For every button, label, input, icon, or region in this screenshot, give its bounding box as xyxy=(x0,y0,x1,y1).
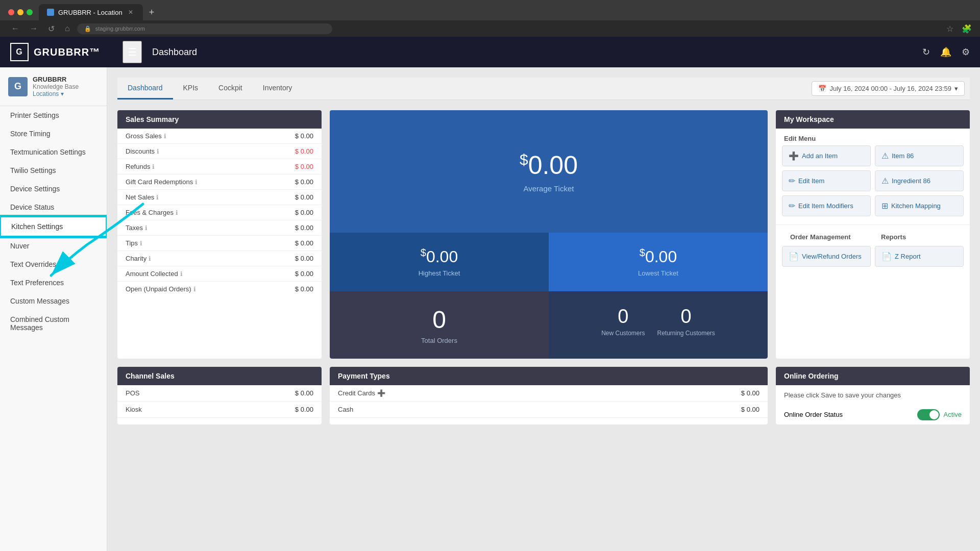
app-header: G GRUBBRR™ ☰ Dashboard ↻ 🔔 ⚙ xyxy=(0,37,980,67)
browser-tab-active[interactable]: GRUBBRR - Location ✕ xyxy=(39,4,143,20)
sidebar: G GRUBBRR Knowledge Base Locations ▾ Pri… xyxy=(0,67,107,551)
reports-label: Reports xyxy=(873,227,964,244)
credit-cards-value: $ 0.00 xyxy=(741,389,760,397)
payment-types-header: Payment Types xyxy=(330,367,768,385)
hamburger-menu-button[interactable]: ☰ xyxy=(122,41,142,63)
tab-cockpit[interactable]: Cockpit xyxy=(208,78,253,99)
address-bar[interactable]: 🔒 staging.grubbrr.com xyxy=(77,23,332,34)
back-button[interactable]: ← xyxy=(8,22,22,35)
workspace-panel: My Workspace Edit Menu ➕ Add an Item ⚠ I… xyxy=(776,110,970,359)
sidebar-item-nuver[interactable]: Nuver xyxy=(0,237,107,255)
add-item-button[interactable]: ➕ Add an Item xyxy=(782,145,871,166)
cash-label: Cash xyxy=(338,406,353,413)
gift-card-info-icon[interactable]: ℹ xyxy=(195,179,198,186)
sidebar-item-kitchen-settings[interactable]: Kitchen Settings xyxy=(0,216,107,237)
sidebar-item-store-timing[interactable]: Store Timing xyxy=(0,124,107,143)
date-picker-button[interactable]: 📅 July 16, 2024 00:00 - July 16, 2024 23… xyxy=(812,81,965,96)
sidebar-item-device-settings[interactable]: Device Settings xyxy=(0,180,107,198)
gross-sales-label: Gross Sales ℹ xyxy=(126,132,166,140)
fees-label: Fees & Charges ℹ xyxy=(126,209,178,216)
pos-value: $ 0.00 xyxy=(295,389,313,397)
online-status-label: Online Order Status xyxy=(784,411,843,418)
notifications-button[interactable]: 🔔 xyxy=(940,46,951,58)
sidebar-item-printer-settings[interactable]: Printer Settings xyxy=(0,106,107,124)
refresh-icon-button[interactable]: ↻ xyxy=(922,46,930,58)
ingredient-86-button[interactable]: ⚠ Ingredient 86 xyxy=(875,170,964,191)
lowest-ticket-card: $0.00 Lowest Ticket xyxy=(549,233,768,291)
extensions-icon[interactable]: 🧩 xyxy=(962,24,972,34)
customers-stats: 0 New Customers 0 Returning Customers xyxy=(557,306,760,337)
tab-kpis[interactable]: KPIs xyxy=(173,78,209,99)
sidebar-item-textmunication[interactable]: Textmunication Settings xyxy=(0,143,107,161)
order-mgmt-label: Order Management xyxy=(782,227,873,244)
fees-info-icon[interactable]: ℹ xyxy=(176,209,178,216)
locations-dropdown[interactable]: Locations ▾ xyxy=(33,90,79,97)
payment-types-card: Payment Types Credit Cards ➕ $ 0.00 Cash… xyxy=(330,367,768,424)
net-sales-info-icon[interactable]: ℹ xyxy=(156,194,159,201)
gift-card-value: $ 0.00 xyxy=(295,178,313,186)
online-status-toggle[interactable] xyxy=(917,409,940,420)
view-refund-button[interactable]: 📄 View/Refund Orders xyxy=(782,246,871,267)
settings-button[interactable]: ⚙ xyxy=(962,46,970,58)
tab-close-button[interactable]: ✕ xyxy=(127,8,135,16)
toggle-area: Active xyxy=(917,409,962,420)
online-ordering-header: Online Ordering xyxy=(776,367,970,385)
sidebar-item-combined-custom-messages[interactable]: Combined Custom Messages xyxy=(0,310,107,337)
open-orders-info-icon[interactable]: ℹ xyxy=(193,286,196,293)
taxes-info-icon[interactable]: ℹ xyxy=(145,224,148,232)
z-report-button[interactable]: 📄 Z Report xyxy=(875,246,964,267)
tab-title: GRUBBRR - Location xyxy=(58,9,122,16)
sales-row-amount-collected: Amount Collected ℹ $ 0.00 xyxy=(117,266,322,282)
logo-area: G GRUBBRR™ xyxy=(10,43,112,61)
sidebar-item-custom-messages[interactable]: Custom Messages xyxy=(0,292,107,310)
item-86-button[interactable]: ⚠ Item 86 xyxy=(875,145,964,166)
forward-button[interactable]: → xyxy=(27,22,41,35)
dashboard-bottom-grid: Channel Sales POS $ 0.00 Kiosk $ 0.00 Pa… xyxy=(117,367,970,424)
tab-inventory[interactable]: Inventory xyxy=(253,78,303,99)
online-status-value: Active xyxy=(944,411,962,418)
logo-box: G xyxy=(10,43,29,61)
dashboard-top-grid: Sales Summary Gross Sales ℹ $ 0.00 Disco… xyxy=(117,110,970,359)
sales-row-refunds: Refunds ℹ $ 0.00 xyxy=(117,159,322,174)
edit-item-modifiers-button[interactable]: ✏ Edit Item Modifiers xyxy=(782,195,871,216)
sidebar-item-text-overrides[interactable]: Text Overrides xyxy=(0,255,107,273)
new-customers-label: New Customers xyxy=(601,330,645,337)
credit-cards-label: Credit Cards ➕ xyxy=(338,389,385,397)
new-tab-button[interactable]: + xyxy=(145,7,159,18)
browser-maximize-dot[interactable] xyxy=(27,9,33,15)
discounts-info-icon[interactable]: ℹ xyxy=(157,148,159,155)
kitchen-mapping-button[interactable]: ⊞ Kitchen Mapping xyxy=(875,195,964,216)
workspace-header: My Workspace xyxy=(776,110,970,129)
edit-icon: ✏ xyxy=(789,176,795,186)
gross-sales-info-icon[interactable]: ℹ xyxy=(164,133,166,140)
sidebar-item-text-preferences[interactable]: Text Preferences xyxy=(0,273,107,292)
refunds-info-icon[interactable]: ℹ xyxy=(152,163,155,170)
doc-icon: 📄 xyxy=(789,252,799,261)
edit-mod-icon: ✏ xyxy=(789,201,795,211)
refresh-button[interactable]: ↺ xyxy=(45,22,58,36)
sidebar-profile: G GRUBBRR Knowledge Base Locations ▾ xyxy=(0,67,107,106)
payment-row-credit: Credit Cards ➕ $ 0.00 xyxy=(330,385,768,402)
charity-label: Charity ℹ xyxy=(126,255,151,262)
charity-info-icon[interactable]: ℹ xyxy=(149,255,151,262)
returning-customers-label: Returning Customers xyxy=(657,330,715,337)
sales-row-charity: Charity ℹ $ 0.00 xyxy=(117,251,322,266)
tips-info-icon[interactable]: ℹ xyxy=(140,240,142,247)
home-button[interactable]: ⌂ xyxy=(62,22,73,35)
lowest-ticket-amount: $0.00 xyxy=(557,247,760,266)
main-area: G GRUBBRR Knowledge Base Locations ▾ Pri… xyxy=(0,67,980,551)
browser-minimize-dot[interactable] xyxy=(17,9,23,15)
sidebar-item-device-status[interactable]: Device Status xyxy=(0,198,107,216)
tab-dashboard[interactable]: Dashboard xyxy=(117,78,173,99)
bookmark-icon[interactable]: ☆ xyxy=(946,24,953,34)
returning-customers-number: 0 xyxy=(681,306,692,328)
browser-close-dot[interactable] xyxy=(8,9,14,15)
edit-item-button[interactable]: ✏ Edit Item xyxy=(782,170,871,191)
open-orders-label: Open (Unpaid Orders) ℹ xyxy=(126,285,196,293)
online-ordering-card: Online Ordering Please click Save to sav… xyxy=(776,367,970,424)
nav-tabs: Dashboard KPIs Cockpit Inventory 📅 July … xyxy=(117,78,970,100)
amount-collected-info-icon[interactable]: ℹ xyxy=(180,270,183,278)
kitchen-map-icon: ⊞ xyxy=(881,201,888,211)
save-notice: Please click Save to save your changes xyxy=(776,385,970,405)
sidebar-item-twilio[interactable]: Twilio Settings xyxy=(0,161,107,180)
